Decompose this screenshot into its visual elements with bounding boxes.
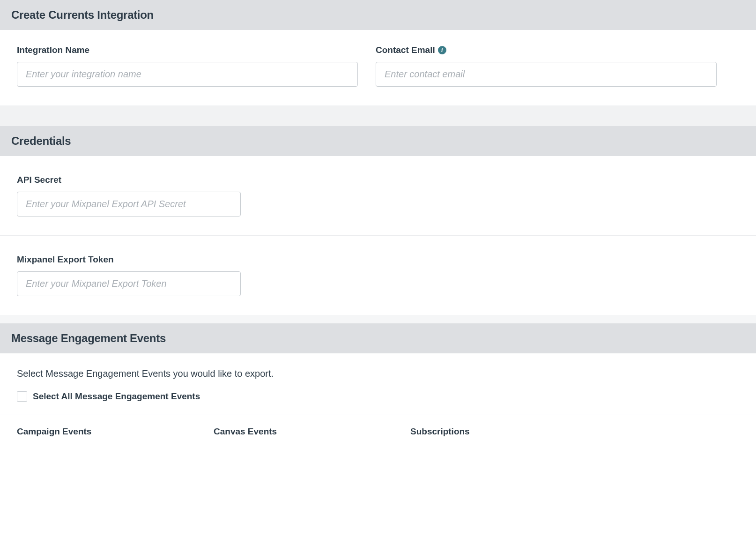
events-header: Message Engagement Events bbox=[0, 323, 756, 353]
subscriptions-column: Subscriptions bbox=[410, 426, 607, 437]
section-gap-thin bbox=[0, 315, 756, 323]
integration-name-label: Integration Name bbox=[17, 45, 358, 55]
integration-section-body: Integration Name Contact Email i bbox=[0, 30, 756, 105]
token-label: Mixpanel Export Token bbox=[17, 254, 241, 265]
page-title-header: Create Currents Integration bbox=[0, 0, 756, 30]
contact-email-group: Contact Email i bbox=[376, 45, 717, 87]
events-title: Message Engagement Events bbox=[11, 332, 166, 344]
campaign-events-heading: Campaign Events bbox=[17, 426, 214, 437]
select-all-label: Select All Message Engagement Events bbox=[33, 391, 200, 402]
event-columns-row: Campaign Events Canvas Events Subscripti… bbox=[0, 414, 756, 437]
section-gap bbox=[0, 105, 756, 126]
integration-name-input[interactable] bbox=[17, 62, 358, 87]
campaign-events-column: Campaign Events bbox=[17, 426, 214, 437]
canvas-events-column: Canvas Events bbox=[214, 426, 410, 437]
api-secret-label: API Secret bbox=[17, 175, 241, 185]
credentials-header: Credentials bbox=[0, 126, 756, 156]
integration-form-row: Integration Name Contact Email i bbox=[17, 45, 739, 87]
credentials-title: Credentials bbox=[11, 134, 71, 147]
api-secret-input[interactable] bbox=[17, 192, 241, 217]
contact-email-label-text: Contact Email bbox=[376, 45, 435, 55]
events-body: Select Message Engagement Events you wou… bbox=[0, 353, 756, 437]
contact-email-label: Contact Email i bbox=[376, 45, 717, 55]
events-description: Select Message Engagement Events you wou… bbox=[17, 368, 739, 379]
page-title: Create Currents Integration bbox=[11, 8, 154, 21]
info-icon[interactable]: i bbox=[438, 46, 446, 54]
api-secret-group: API Secret bbox=[17, 175, 241, 217]
integration-name-group: Integration Name bbox=[17, 45, 358, 87]
select-all-checkbox-row[interactable]: Select All Message Engagement Events bbox=[17, 391, 200, 402]
token-group: Mixpanel Export Token bbox=[17, 254, 241, 296]
subscriptions-heading: Subscriptions bbox=[410, 426, 607, 437]
token-block: Mixpanel Export Token bbox=[0, 236, 756, 315]
select-all-checkbox[interactable] bbox=[17, 391, 27, 402]
api-secret-block: API Secret bbox=[0, 156, 756, 235]
contact-email-input[interactable] bbox=[376, 62, 717, 87]
canvas-events-heading: Canvas Events bbox=[214, 426, 410, 437]
token-input[interactable] bbox=[17, 271, 241, 296]
